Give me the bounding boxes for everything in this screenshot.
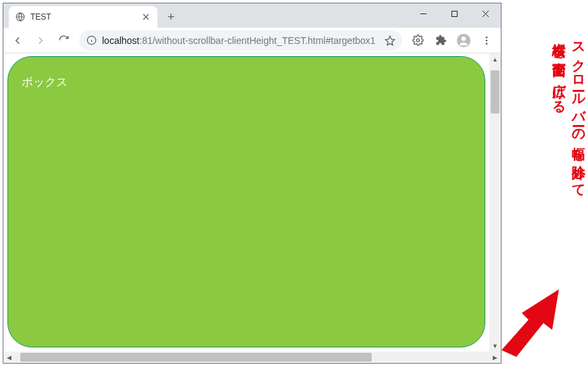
svg-point-3 <box>416 39 419 41</box>
scroll-right-arrow-icon[interactable]: ▶ <box>489 351 501 363</box>
annotation-arrow-icon <box>501 283 562 357</box>
annotation-line-2: 縦横を全画面に広げる <box>550 32 568 108</box>
svg-marker-9 <box>501 289 559 357</box>
url-port: :81 <box>139 35 152 46</box>
hscroll-thumb[interactable] <box>20 353 372 362</box>
box-label: ボックス <box>22 76 68 89</box>
svg-point-5 <box>462 36 466 41</box>
maximize-button[interactable] <box>439 3 470 24</box>
extensions-puzzle-icon[interactable] <box>431 30 451 51</box>
window-controls <box>408 3 501 24</box>
close-tab-icon[interactable] <box>141 12 151 22</box>
minimize-button[interactable] <box>408 3 439 24</box>
new-tab-button[interactable]: + <box>162 7 180 26</box>
vscroll-thumb[interactable] <box>491 70 499 114</box>
tab-title: TEST <box>30 12 136 22</box>
profile-avatar-icon[interactable] <box>454 30 474 51</box>
browser-tab[interactable]: TEST <box>9 6 157 28</box>
hscroll-track[interactable] <box>15 351 489 363</box>
bookmark-star-icon[interactable] <box>385 35 395 46</box>
vscroll-track[interactable] <box>489 65 501 340</box>
scroll-down-arrow-icon[interactable]: ▼ <box>489 340 501 351</box>
titlebar: TEST + <box>3 3 501 28</box>
target-box: ボックス <box>7 56 485 347</box>
toolbar: localhost:81/without-scrollbar-clientHei… <box>3 28 501 53</box>
browser-window: TEST + <box>3 3 501 364</box>
extension-icon[interactable] <box>408 30 428 51</box>
viewport: ボックス ▲ ▼ ◀ ▶ <box>3 53 501 363</box>
svg-point-7 <box>486 39 488 41</box>
url-text: localhost:81/without-scrollbar-clientHei… <box>102 35 379 46</box>
forward-button[interactable] <box>30 30 51 51</box>
annotation-line-1: スクロールバーの幅を除外して <box>570 32 587 191</box>
scroll-left-arrow-icon[interactable]: ◀ <box>3 351 15 363</box>
menu-dots-icon[interactable] <box>476 30 497 51</box>
reload-button[interactable] <box>53 30 74 51</box>
url-path: /without-scrollbar-clientHeight_TEST.htm… <box>153 35 376 46</box>
svg-rect-1 <box>451 11 457 16</box>
url-host: localhost <box>102 35 139 46</box>
scroll-up-arrow-icon[interactable]: ▲ <box>489 53 501 65</box>
svg-point-6 <box>486 36 488 39</box>
address-bar[interactable]: localhost:81/without-scrollbar-clientHei… <box>79 30 402 51</box>
globe-icon <box>16 12 25 22</box>
page-content: ボックス <box>3 53 489 351</box>
horizontal-scrollbar[interactable]: ◀ ▶ <box>3 351 501 363</box>
close-window-button[interactable] <box>470 3 501 24</box>
back-button[interactable] <box>7 30 28 51</box>
svg-point-8 <box>486 43 488 45</box>
vertical-scrollbar[interactable]: ▲ ▼ <box>489 53 501 351</box>
site-info-icon[interactable] <box>86 35 97 46</box>
